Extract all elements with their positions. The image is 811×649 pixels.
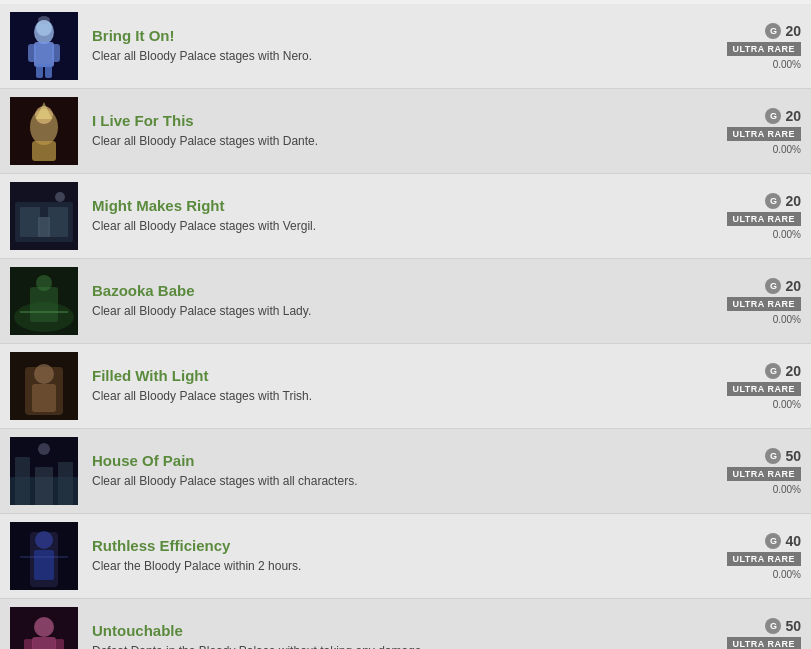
g-icon: G [765,278,781,294]
achievement-desc: Clear all Bloody Palace stages with Nero… [92,48,701,65]
rarity-percent: 0.00% [773,569,801,580]
g-icon: G [765,363,781,379]
score-value: 20 [785,23,801,39]
achievement-title: Bazooka Babe [92,282,701,299]
g-icon: G [765,533,781,549]
achievement-info-filled-with-light: Filled With LightClear all Bloody Palace… [92,367,711,405]
achievement-title: Untouchable [92,622,701,639]
achievement-thumb-might-makes-right [10,182,78,250]
score-value: 50 [785,448,801,464]
achievement-title: House Of Pain [92,452,701,469]
svg-rect-17 [48,207,68,237]
svg-rect-6 [45,64,52,78]
svg-rect-18 [38,217,50,237]
achievement-score-bring-it-on: G20ULTRA RARE0.00% [711,23,801,70]
svg-rect-5 [36,64,43,78]
g-icon: G [765,618,781,634]
achievement-desc: Defeat Dante in the Bloody Palace withou… [92,643,701,649]
achievement-desc: Clear all Bloody Palace stages with all … [92,473,701,490]
g-icon: G [765,23,781,39]
achievement-info-ruthless-efficiency: Ruthless EfficiencyClear the Bloody Pala… [92,537,711,575]
g-icon: G [765,193,781,209]
svg-point-37 [35,531,53,549]
achievement-item-untouchable[interactable]: UntouchableDefeat Dante in the Bloody Pa… [0,599,811,649]
achievement-desc: Clear the Bloody Palace within 2 hours. [92,558,701,575]
achievement-thumb-house-of-pain [10,437,78,505]
svg-rect-42 [32,637,56,649]
rarity-percent: 0.00% [773,144,801,155]
achievement-item-bazooka-babe[interactable]: Bazooka BabeClear all Bloody Palace stag… [0,259,811,344]
svg-rect-13 [32,141,56,161]
rarity-percent: 0.00% [773,59,801,70]
achievement-thumb-bazooka-babe [10,267,78,335]
score-value: 20 [785,363,801,379]
svg-rect-3 [28,44,36,62]
achievement-item-bring-it-on[interactable]: Bring It On!Clear all Bloody Palace stag… [0,4,811,89]
achievement-score-house-of-pain: G50ULTRA RARE0.00% [711,448,801,495]
ultra-rare-badge: ULTRA RARE [727,637,802,650]
score-line: G20 [765,193,801,209]
svg-rect-22 [30,287,58,322]
achievement-score-bazooka-babe: G20ULTRA RARE0.00% [711,278,801,325]
ultra-rare-badge: ULTRA RARE [727,382,802,396]
achievement-list: Bring It On!Clear all Bloody Palace stag… [0,0,811,649]
achievement-info-house-of-pain: House Of PainClear all Bloody Palace sta… [92,452,711,490]
svg-rect-28 [32,384,56,412]
rarity-percent: 0.00% [773,484,801,495]
ultra-rare-badge: ULTRA RARE [727,467,802,481]
achievement-score-ruthless-efficiency: G40ULTRA RARE0.00% [711,533,801,580]
achievement-desc: Clear all Bloody Palace stages with Dant… [92,133,701,150]
achievement-desc: Clear all Bloody Palace stages with Tris… [92,388,701,405]
score-line: G20 [765,363,801,379]
score-line: G20 [765,278,801,294]
score-line: G20 [765,108,801,124]
achievement-info-untouchable: UntouchableDefeat Dante in the Bloody Pa… [92,622,711,649]
achievement-item-filled-with-light[interactable]: Filled With LightClear all Bloody Palace… [0,344,811,429]
achievement-title: Filled With Light [92,367,701,384]
g-icon: G [765,448,781,464]
achievement-item-ruthless-efficiency[interactable]: Ruthless EfficiencyClear the Bloody Pala… [0,514,811,599]
achievement-desc: Clear all Bloody Palace stages with Lady… [92,303,701,320]
svg-rect-16 [20,207,40,237]
achievement-score-filled-with-light: G20ULTRA RARE0.00% [711,363,801,410]
svg-rect-33 [35,467,53,505]
score-value: 20 [785,278,801,294]
achievement-info-bazooka-babe: Bazooka BabeClear all Bloody Palace stag… [92,282,711,320]
svg-rect-32 [58,462,73,505]
svg-point-27 [34,364,54,384]
svg-point-41 [34,617,54,637]
achievement-info-might-makes-right: Might Makes RightClear all Bloody Palace… [92,197,711,235]
rarity-percent: 0.00% [773,229,801,240]
achievement-score-might-makes-right: G20ULTRA RARE0.00% [711,193,801,240]
rarity-percent: 0.00% [773,399,801,410]
achievement-title: I Live For This [92,112,701,129]
ultra-rare-badge: ULTRA RARE [727,212,802,226]
achievement-item-might-makes-right[interactable]: Might Makes RightClear all Bloody Palace… [0,174,811,259]
svg-rect-44 [55,639,64,649]
achievement-score-i-live-for-this: G20ULTRA RARE0.00% [711,108,801,155]
achievement-title: Bring It On! [92,27,701,44]
ultra-rare-badge: ULTRA RARE [727,127,802,141]
achievement-title: Ruthless Efficiency [92,537,701,554]
achievement-thumb-ruthless-efficiency [10,522,78,590]
score-line: G40 [765,533,801,549]
achievement-item-house-of-pain[interactable]: House Of PainClear all Bloody Palace sta… [0,429,811,514]
rarity-percent: 0.00% [773,314,801,325]
score-line: G50 [765,448,801,464]
achievement-thumb-untouchable [10,607,78,649]
svg-rect-31 [15,457,30,505]
achievement-info-i-live-for-this: I Live For ThisClear all Bloody Palace s… [92,112,711,150]
svg-point-34 [38,443,50,455]
score-line: G20 [765,23,801,39]
svg-point-8 [38,16,50,24]
svg-rect-4 [52,44,60,62]
ultra-rare-badge: ULTRA RARE [727,297,802,311]
achievement-item-i-live-for-this[interactable]: I Live For ThisClear all Bloody Palace s… [0,89,811,174]
score-value: 20 [785,193,801,209]
achievement-title: Might Makes Right [92,197,701,214]
achievement-info-bring-it-on: Bring It On!Clear all Bloody Palace stag… [92,27,711,65]
score-value: 20 [785,108,801,124]
svg-rect-2 [34,42,54,67]
achievement-score-untouchable: G50ULTRA RARE0.00% [711,618,801,650]
svg-rect-43 [24,639,33,649]
